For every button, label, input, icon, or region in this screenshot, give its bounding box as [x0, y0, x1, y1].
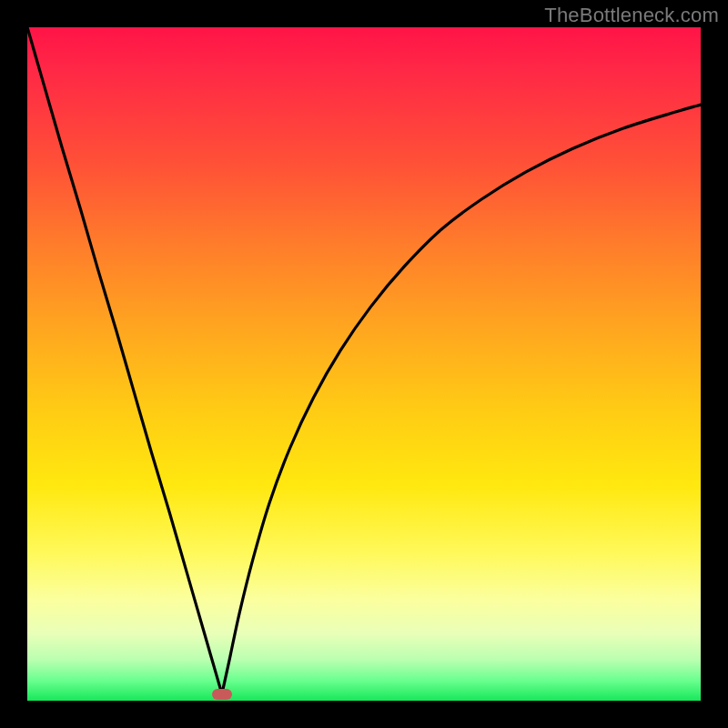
plot-area: [27, 27, 701, 701]
minimum-marker: [212, 689, 232, 700]
curve-path: [27, 27, 701, 694]
chart-frame: TheBottleneck.com: [0, 0, 728, 728]
bottleneck-curve: [27, 27, 701, 701]
watermark-text: TheBottleneck.com: [544, 4, 719, 27]
